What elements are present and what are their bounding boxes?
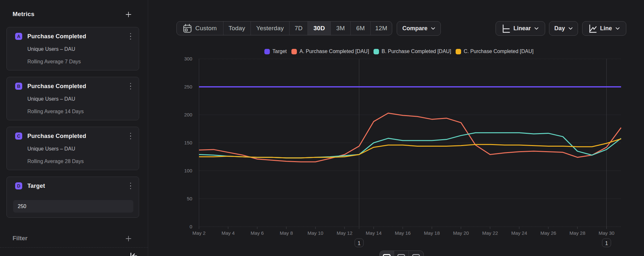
svg-text:May 26: May 26 xyxy=(540,230,556,236)
svg-text:May 6: May 6 xyxy=(251,230,264,236)
svg-text:May 12: May 12 xyxy=(336,230,352,236)
svg-text:May 18: May 18 xyxy=(424,230,440,236)
svg-text:May 16: May 16 xyxy=(395,230,411,236)
svg-text:300: 300 xyxy=(184,56,192,61)
svg-text:1: 1 xyxy=(605,241,608,246)
svg-text:May 30: May 30 xyxy=(599,230,614,236)
svg-text:0: 0 xyxy=(190,224,192,229)
svg-text:May 28: May 28 xyxy=(570,230,585,236)
svg-text:May 2: May 2 xyxy=(193,230,206,236)
svg-text:100: 100 xyxy=(184,168,192,173)
svg-text:May 14: May 14 xyxy=(366,230,382,236)
svg-text:200: 200 xyxy=(184,112,192,117)
svg-text:1: 1 xyxy=(358,241,361,246)
svg-text:May 22: May 22 xyxy=(482,230,498,236)
svg-text:May 8: May 8 xyxy=(280,230,293,236)
svg-text:May 10: May 10 xyxy=(308,230,323,236)
svg-text:50: 50 xyxy=(187,196,192,201)
svg-text:May 24: May 24 xyxy=(511,230,527,236)
svg-text:May 20: May 20 xyxy=(453,230,469,236)
svg-text:150: 150 xyxy=(184,140,192,145)
svg-text:250: 250 xyxy=(184,84,192,89)
svg-text:May 4: May 4 xyxy=(222,230,235,236)
